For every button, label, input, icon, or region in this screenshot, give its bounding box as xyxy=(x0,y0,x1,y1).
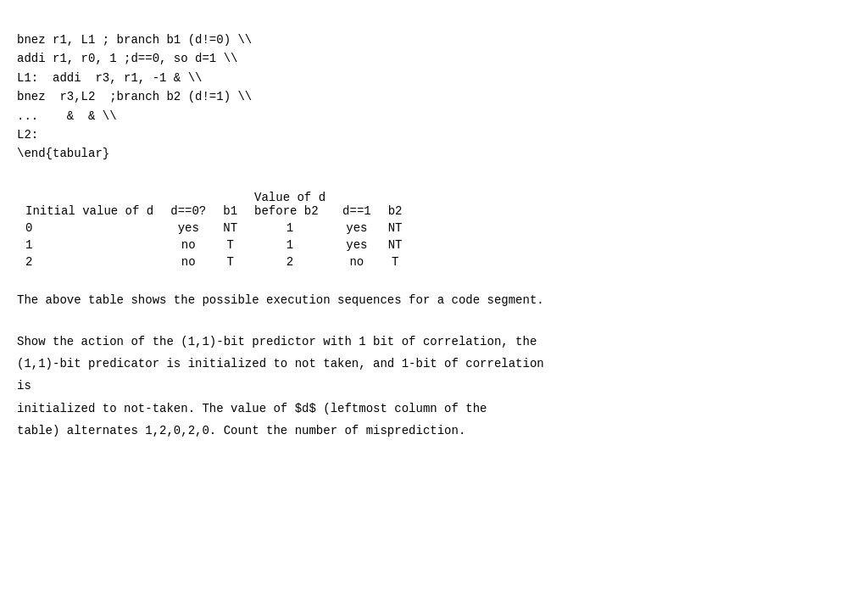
explanation-line: is xyxy=(17,376,851,395)
explanation-line: (1,1)-bit predicator is initialized to n… xyxy=(17,354,851,373)
table-section: Initial value of d d==0? b1 Value of d b… xyxy=(17,189,851,270)
code-line: ... & & \\ xyxy=(17,107,851,125)
code-block: bnez r1, L1 ; branch b1 (d!=0) \\addi r1… xyxy=(17,31,851,164)
th-d-eq-1: d==1 xyxy=(342,189,388,220)
cell-val-d: 1 xyxy=(254,237,342,253)
code-line: \end{tabular} xyxy=(17,144,851,163)
th-initial-value: Initial value of d xyxy=(25,189,170,220)
table-body: 0yesNT1yesNT1noT1yesNT2noT2noT xyxy=(25,220,420,270)
cell-b1: NT xyxy=(223,220,254,237)
cell-val-d: 1 xyxy=(254,220,342,237)
cell-b2: NT xyxy=(388,237,420,253)
table-row: 2noT2noT xyxy=(25,253,420,270)
cell-d-eq-1: yes xyxy=(342,237,388,253)
cell-init-d: 2 xyxy=(25,253,170,270)
th-d-eq-0: d==0? xyxy=(170,189,223,220)
th-b2: b2 xyxy=(388,189,420,220)
cell-init-d: 1 xyxy=(25,237,170,253)
explanation-line: Show the action of the (1,1)-bit predict… xyxy=(17,332,851,351)
code-line: L1: addi r3, r1, -1 & \\ xyxy=(17,69,851,87)
explanation-text: The above table shows the possible execu… xyxy=(17,291,851,441)
table-header-row: Initial value of d d==0? b1 Value of d b… xyxy=(25,189,420,220)
cell-d-eq-0: no xyxy=(170,253,223,270)
cell-d-eq-1: yes xyxy=(342,220,388,237)
cell-d-eq-0: yes xyxy=(170,220,223,237)
explanation-line: The above table shows the possible execu… xyxy=(17,291,851,309)
cell-b2: T xyxy=(388,253,420,270)
th-value-d-before-b2: Value of d before b2 xyxy=(254,189,342,220)
data-table: Initial value of d d==0? b1 Value of d b… xyxy=(25,189,420,270)
cell-b2: NT xyxy=(388,220,420,237)
explanation-line: initialized to not-taken. The value of $… xyxy=(17,399,851,418)
cell-d-eq-1: no xyxy=(342,253,388,270)
cell-init-d: 0 xyxy=(25,220,170,237)
code-line: bnez r3,L2 ;branch b2 (d!=1) \\ xyxy=(17,87,851,106)
explanation-line: table) alternates 1,2,0,2,0. Count the n… xyxy=(17,421,851,440)
table-row: 1noT1yesNT xyxy=(25,237,420,253)
cell-b1: T xyxy=(223,237,254,253)
code-line: addi r1, r0, 1 ;d==0, so d=1 \\ xyxy=(17,49,851,68)
code-line: L2: xyxy=(17,125,851,144)
cell-val-d: 2 xyxy=(254,253,342,270)
cell-b1: T xyxy=(223,253,254,270)
table-row: 0yesNT1yesNT xyxy=(25,220,420,237)
cell-d-eq-0: no xyxy=(170,237,223,253)
code-line: bnez r1, L1 ; branch b1 (d!=0) \\ xyxy=(17,31,851,49)
th-b1: b1 xyxy=(223,189,254,220)
